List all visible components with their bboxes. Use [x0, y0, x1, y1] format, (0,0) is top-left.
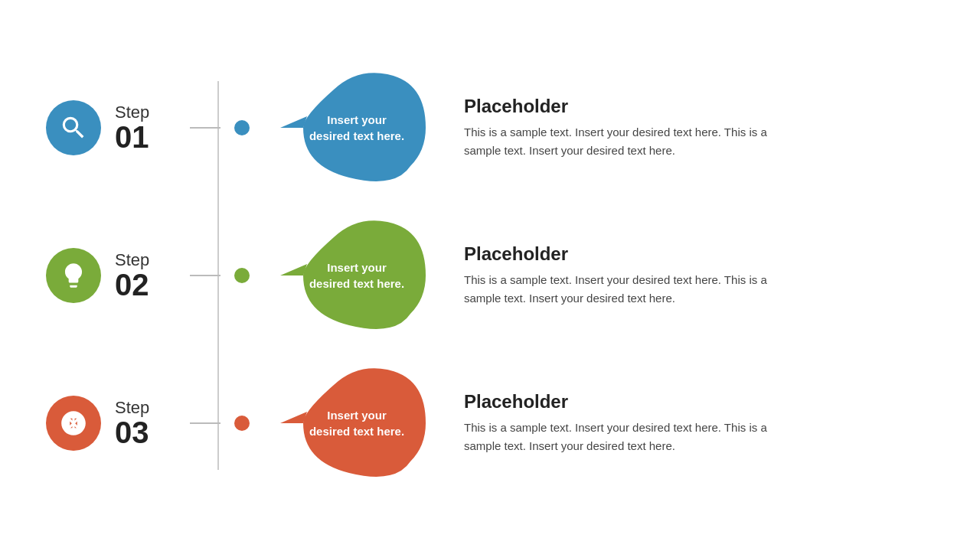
step-1-number: 01 — [115, 122, 149, 152]
svg-marker-0 — [280, 116, 307, 128]
step-row-3: Step 03 — [46, 396, 250, 451]
placeholder-title-1: Placeholder — [464, 96, 801, 117]
step-3-number: 03 — [115, 417, 149, 448]
step-3-label: Step 03 — [115, 399, 176, 448]
placeholder-body-1: This is a sample text. Insert your desir… — [464, 123, 801, 160]
right-section: Placeholder This is a sample text. Inser… — [464, 54, 934, 497]
step-1-icon-circle — [46, 100, 101, 155]
text-block-1: Placeholder This is a sample text. Inser… — [464, 96, 801, 160]
step-1-word: Step — [115, 103, 149, 122]
slide: Step 01 Step 02 — [0, 0, 980, 551]
teardrop-1-text: Insert your desired text here. — [307, 112, 407, 144]
teardrop-2-container: Insert your desired text here. — [273, 214, 426, 337]
content-area: Step 01 Step 02 — [46, 31, 934, 520]
middle-section: Insert your desired text here. Insert yo… — [273, 54, 426, 497]
text-block-3: Placeholder This is a sample text. Inser… — [464, 391, 801, 455]
text-block-2: Placeholder This is a sample text. Inser… — [464, 243, 801, 308]
step-3-connector — [190, 422, 220, 424]
step-2-icon-circle — [46, 248, 101, 303]
lightbulb-icon — [59, 261, 88, 290]
placeholder-body-2: This is a sample text. Insert your desir… — [464, 271, 801, 308]
placeholder-body-3: This is a sample text. Insert your desir… — [464, 419, 801, 455]
teardrop-1-container: Insert your desired text here. — [273, 67, 426, 189]
teardrop-2-text: Insert your desired text here. — [307, 259, 407, 292]
step-3-icon-circle — [46, 396, 101, 451]
step-1-connector — [190, 127, 220, 129]
teardrop-3-text: Insert your desired text here. — [307, 407, 407, 439]
step-1-label: Step 01 — [115, 103, 176, 152]
tools-icon — [59, 409, 88, 438]
step-2-connector — [190, 275, 220, 276]
teardrop-3-container: Insert your desired text here. — [273, 362, 426, 484]
left-section: Step 01 Step 02 — [46, 54, 250, 497]
step-2-number: 02 — [115, 269, 149, 300]
svg-marker-2 — [280, 412, 307, 423]
svg-marker-1 — [280, 264, 307, 276]
placeholder-title-3: Placeholder — [464, 391, 801, 412]
step-2-dot — [234, 268, 250, 283]
step-1-dot — [234, 120, 250, 135]
step-row-1: Step 01 — [46, 100, 250, 155]
step-2-word: Step — [115, 251, 149, 269]
step-2-label: Step 02 — [115, 251, 176, 300]
search-icon — [59, 113, 88, 142]
step-row-2: Step 02 — [46, 248, 250, 303]
step-3-word: Step — [115, 399, 149, 417]
placeholder-title-2: Placeholder — [464, 243, 801, 265]
step-3-dot — [234, 416, 250, 431]
